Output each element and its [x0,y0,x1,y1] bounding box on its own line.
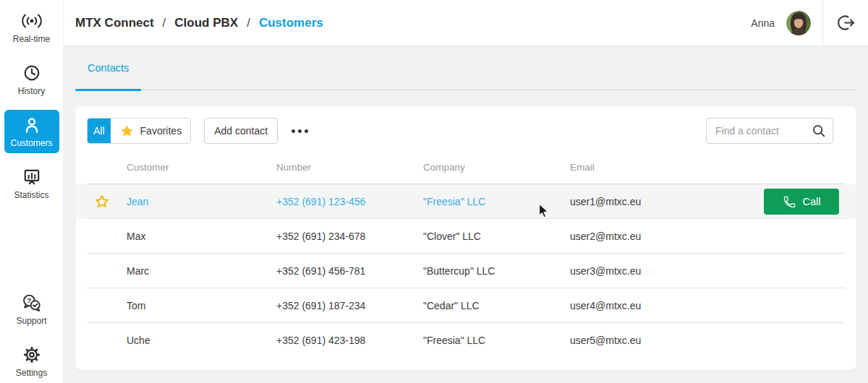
customer-email: user1@mtxc.eu [570,196,746,207]
logout-icon [836,13,856,33]
breadcrumb: MTX Connect / Cloud PBX / Customers [75,16,323,30]
breadcrumb-separator: / [163,16,166,30]
column-header-email: Email [570,162,746,173]
favorite-star-button[interactable] [94,194,110,210]
filter-all-label: All [93,125,105,137]
main-area: MTX Connect / Cloud PBX / Customers Anna [64,0,868,383]
table-row[interactable]: Max +352 (691) 234-678 "Clover" LLC user… [75,219,856,254]
tab-label: Contacts [88,62,129,74]
contacts-card: All Favorites Add contact [75,106,856,370]
table-header-row: Customer Number Company Email [75,150,856,184]
add-contact-button[interactable]: Add contact [204,118,278,144]
customer-name[interactable]: Uche [127,335,276,346]
table-row[interactable]: Marc +352 (691) 456-781 "Buttercup" LLC … [75,254,856,288]
customer-number[interactable]: +352 (691) 423-198 [276,335,423,346]
star-outline-icon [94,194,110,210]
person-icon [22,115,41,135]
broadcast-icon [20,11,44,31]
sidebar: Real-time History Customers [0,0,64,383]
customer-name[interactable]: Max [127,231,276,242]
contacts-toolbar: All Favorites Add contact [87,118,845,144]
breadcrumb-item-cloud-pbx[interactable]: Cloud PBX [174,16,238,30]
more-options-button[interactable] [288,118,311,144]
sidebar-item-label: Customers [10,138,52,148]
breadcrumb-separator: / [247,16,250,30]
filter-favorites-button[interactable]: Favorites [111,119,191,143]
tab-contacts[interactable]: Contacts [75,46,141,90]
customer-company[interactable]: "Clover" LLC [423,231,570,242]
filter-all-button[interactable]: All [88,119,111,143]
settings-icon [22,345,41,365]
sidebar-item-support[interactable]: ? Support [4,288,59,331]
sidebar-item-realtime[interactable]: Real-time [4,6,59,49]
customer-name[interactable]: Tom [127,300,276,311]
customer-company[interactable]: "Buttercup" LLC [423,265,570,277]
filter-favorites-label: Favorites [140,125,182,137]
dot-icon [298,129,302,133]
call-button[interactable]: Call [764,189,839,215]
call-button-label: Call [803,196,821,207]
header-right: Anna [751,0,868,46]
sidebar-item-label: Support [16,316,46,326]
filter-segmented-control: All Favorites [87,118,191,144]
customer-number[interactable]: +352 (691) 234-678 [276,231,423,242]
search-icon [811,123,827,139]
customer-name-link[interactable]: Jean [127,196,276,207]
statistics-icon [22,167,41,187]
sidebar-item-label: Statistics [14,190,48,200]
history-icon [22,63,41,83]
customer-company[interactable]: "Cedar" LLC [423,300,570,311]
column-header-number: Number [276,162,423,173]
sidebar-item-history[interactable]: History [4,58,59,101]
table-row[interactable]: Tom +352 (691) 187-234 "Cedar" LLC user4… [75,288,856,323]
support-icon: ? [22,293,41,313]
user-name: Anna [751,17,775,29]
add-contact-label: Add contact [214,125,268,137]
customer-number[interactable]: +352 (691) 456-781 [276,265,423,277]
sidebar-item-label: Settings [16,368,47,378]
search-button[interactable] [811,123,827,139]
dot-icon [292,129,295,133]
sidebar-item-label: Real-time [13,34,50,44]
table-row[interactable]: Jean +352 (691) 123-456 "Freesia" LLC us… [75,184,856,219]
sidebar-item-settings[interactable]: Settings [4,340,59,383]
top-header: MTX Connect / Cloud PBX / Customers Anna [64,0,868,46]
breadcrumb-item-customers[interactable]: Customers [259,16,323,30]
customer-number[interactable]: +352 (691) 187-234 [276,300,423,311]
search-box [706,118,833,144]
sidebar-item-customers[interactable]: Customers [4,110,59,153]
table-row[interactable]: Uche +352 (691) 423-198 "Freesia" LLC us… [75,323,856,358]
logout-button[interactable] [823,0,868,46]
search-input[interactable] [715,125,811,137]
app-root: Real-time History Customers [0,0,868,383]
customer-email: user3@mtxc.eu [570,265,746,277]
customer-name[interactable]: Marc [127,265,276,277]
sidebar-item-statistics[interactable]: Statistics [4,162,59,205]
phone-icon [783,195,796,209]
column-header-company: Company [423,162,570,173]
customer-company-link[interactable]: "Freesia" LLC [423,196,570,207]
tab-bar: Contacts [75,46,856,90]
contacts-table: Customer Number Company Email [75,150,856,358]
dot-icon [305,129,308,133]
star-filled-icon [119,124,135,139]
breadcrumb-item-mtx-connect[interactable]: MTX Connect [75,16,154,30]
customer-email: user4@mtxc.eu [570,300,746,311]
sidebar-item-label: History [18,86,45,96]
column-header-customer: Customer [127,162,276,173]
customer-number-link[interactable]: +352 (691) 123-456 [276,196,423,207]
customer-email: user2@mtxc.eu [570,231,746,242]
customer-email: user5@mtxc.eu [570,335,746,346]
avatar[interactable] [786,11,811,35]
customer-company[interactable]: "Freesia" LLC [423,335,570,346]
